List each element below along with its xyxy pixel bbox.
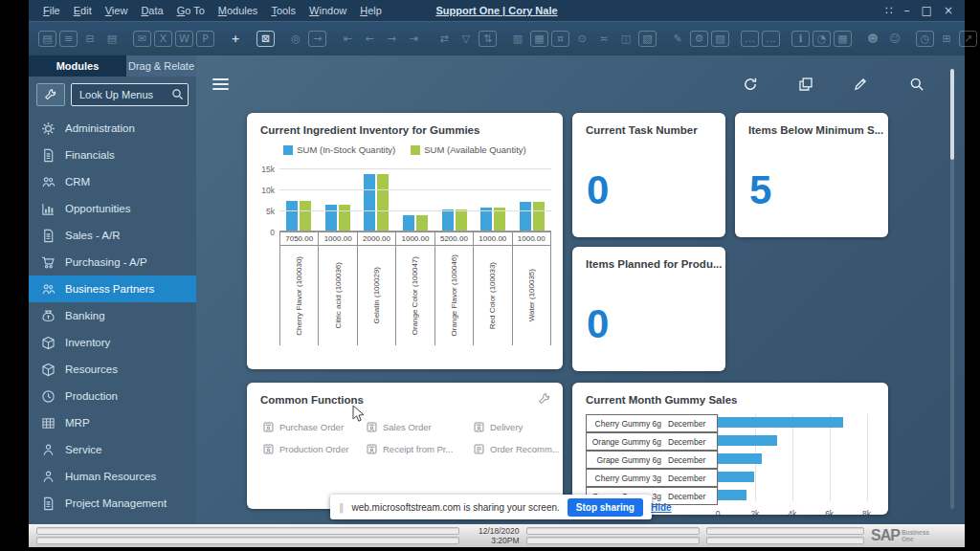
menu-item-file[interactable]: File	[36, 3, 67, 18]
word-export-icon[interactable]: W	[175, 31, 193, 47]
person-icon[interactable]: ☺	[885, 30, 904, 48]
menu-item-window[interactable]: Window	[302, 3, 353, 18]
sidebar-item-sales-a-r[interactable]: Sales - A/R	[29, 222, 196, 249]
wrench-icon[interactable]	[538, 392, 551, 406]
sidebar-item-service[interactable]: Service	[29, 436, 196, 463]
pdf-export-icon[interactable]: P	[196, 31, 214, 47]
last-record-icon[interactable]: ⇥	[404, 30, 423, 48]
search-dashboard-icon[interactable]	[909, 77, 924, 92]
edit-pencil-icon[interactable]	[853, 77, 868, 92]
common-function-sales-order[interactable]: Sales Order	[366, 421, 473, 433]
bar-sum-in-stock-quantity[interactable]	[325, 205, 337, 231]
card-items-planned-production[interactable]: Items Planned for Produ... 0	[572, 247, 725, 371]
common-function-receipt-from-pr[interactable]: Receipt from Pr...	[366, 443, 473, 455]
query-icon[interactable]: ⊙	[572, 30, 591, 48]
sidebar-item-resources[interactable]: Resources	[29, 356, 196, 383]
history-icon[interactable]: ◷	[916, 31, 934, 47]
card-items-below-minimum[interactable]: Items Below Minimum S... 5	[735, 113, 888, 237]
close-icon[interactable]: ×	[944, 4, 953, 17]
sidebar-item-inventory[interactable]: Inventory	[29, 329, 196, 356]
bar-sum-in-stock-quantity[interactable]	[520, 202, 531, 231]
bar-sum-in-stock-quantity[interactable]	[442, 209, 454, 231]
payment-means-icon[interactable]: ¤	[551, 31, 569, 47]
sidebar-item-banking[interactable]: Banking	[29, 302, 196, 329]
calculator-icon[interactable]: ▦	[834, 31, 852, 47]
bar-sum-available-quantity[interactable]	[416, 215, 428, 231]
settings-icon[interactable]: ⚙	[690, 31, 708, 47]
common-function-order-recomm[interactable]: Order Recomm...	[473, 443, 563, 455]
split-screen-icon[interactable]: ◫	[616, 30, 635, 48]
common-function-delivery[interactable]: Delivery	[473, 421, 563, 433]
share-icon[interactable]: ↗	[959, 31, 977, 47]
preview-icon[interactable]: ▤	[38, 31, 56, 47]
bar-sum-in-stock-quantity[interactable]	[286, 201, 298, 231]
common-function-production-order[interactable]: Production Order	[262, 443, 366, 455]
sales-bar[interactable]	[718, 453, 762, 464]
sidebar-item-purchasing-a-p[interactable]: Purchasing - A/P	[29, 249, 196, 276]
windows-overlap-icon[interactable]	[798, 77, 813, 92]
bar-sum-available-quantity[interactable]	[300, 201, 311, 231]
menu-item-tools[interactable]: Tools	[264, 3, 302, 18]
menu-item-modules[interactable]: Modules	[212, 3, 265, 18]
card-current-task-number[interactable]: Current Task Number 0	[572, 113, 725, 237]
minimize-icon[interactable]: –	[904, 4, 910, 17]
drag-grip-icon[interactable]: ‖	[339, 501, 345, 514]
bar-group-cherry-flavor-100030[interactable]	[279, 168, 319, 231]
tab-modules[interactable]: Modules	[29, 55, 126, 77]
time-info-icon[interactable]: ◔	[813, 31, 831, 47]
filter-icon[interactable]: ▽	[457, 30, 476, 48]
menu-settings-button[interactable]	[36, 83, 65, 106]
chat-icon[interactable]: …	[741, 31, 759, 47]
sidebar-item-production[interactable]: Production	[29, 383, 196, 409]
sidebar-item-administration[interactable]: Administration	[29, 115, 196, 142]
bar-group-orange-color-100047[interactable]	[396, 168, 435, 231]
bar-sum-in-stock-quantity[interactable]	[364, 174, 375, 231]
email-icon[interactable]: ✉	[133, 31, 151, 47]
lock-screen-icon[interactable]: ⊠	[256, 31, 275, 47]
goto-icon[interactable]: →	[308, 31, 326, 47]
sales-bar[interactable]	[718, 472, 754, 482]
hide-link[interactable]: Hide	[651, 502, 672, 513]
modules-grid-icon[interactable]: ⊞	[937, 30, 956, 48]
vertical-scrollbar[interactable]	[950, 69, 954, 509]
bar-sum-available-quantity[interactable]	[533, 202, 545, 231]
restore-icon[interactable]: □	[922, 4, 932, 17]
sidebar-item-financials[interactable]: Financials	[29, 142, 196, 168]
sidebar-item-business-partners[interactable]: Business Partners	[29, 276, 196, 302]
bar-sum-available-quantity[interactable]	[377, 174, 389, 231]
hamburger-menu-icon[interactable]	[212, 78, 229, 93]
refresh-record-icon[interactable]: ⇄	[434, 30, 454, 48]
next-record-icon[interactable]: →	[382, 30, 401, 48]
bar-group-gelatin-100029[interactable]	[357, 168, 396, 231]
sales-bar[interactable]	[718, 417, 843, 428]
bar-group-water-100035[interactable]	[512, 168, 551, 231]
bar-sum-available-quantity[interactable]	[339, 205, 350, 231]
users-icon[interactable]: ☻	[863, 30, 882, 48]
menu-item-go-to[interactable]: Go To	[170, 3, 212, 18]
menu-item-edit[interactable]: Edit	[67, 3, 99, 18]
sort-icon[interactable]: ⇅	[479, 31, 497, 47]
bar-group-citric-acid-100036[interactable]	[319, 168, 358, 231]
bar-sum-in-stock-quantity[interactable]	[403, 215, 414, 231]
window-title[interactable]: Support One | Cory Nale	[435, 5, 557, 16]
sidebar-item-opportunities[interactable]: Opportunities	[29, 195, 196, 222]
binoculars-find-icon[interactable]: ◎	[286, 30, 305, 48]
bar-group-red-color-100033[interactable]	[474, 168, 513, 231]
previous-record-icon[interactable]: ←	[360, 30, 379, 48]
sidebar-item-project-management[interactable]: Project Management	[29, 490, 196, 517]
forum-icon[interactable]: …	[762, 31, 780, 47]
magnify-document-icon[interactable]: ▧	[638, 31, 657, 47]
document-info-icon[interactable]: ℹ	[791, 31, 810, 47]
compare-icon[interactable]: ≍	[594, 30, 613, 48]
bar-sum-available-quantity[interactable]	[456, 209, 467, 231]
menu-item-data[interactable]: Data	[134, 3, 169, 18]
first-record-icon[interactable]: ⇤	[338, 30, 357, 48]
sidebar-item-crm[interactable]: CRM	[29, 168, 196, 195]
form-mode-icon[interactable]: ▨	[711, 31, 729, 47]
bar-group-orange-flavor-100046[interactable]	[434, 168, 474, 231]
move-icon[interactable]: +	[226, 30, 245, 48]
print-preview-icon[interactable]: ⊟	[80, 30, 100, 48]
sidebar-item-human-resources[interactable]: Human Resources	[29, 463, 196, 490]
row-details-icon[interactable]: ▦	[530, 31, 548, 47]
common-function-purchase-order[interactable]: Purchase Order	[262, 421, 366, 433]
